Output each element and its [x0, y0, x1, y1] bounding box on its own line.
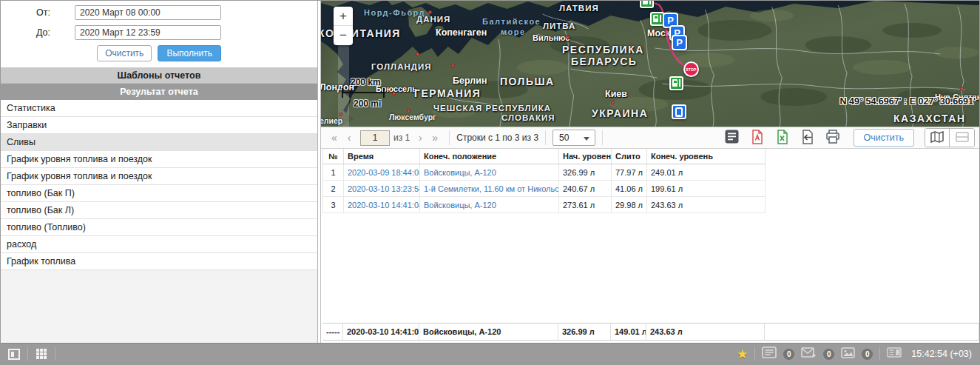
- report-item[interactable]: топливо (Топливо): [1, 219, 317, 236]
- report-result-grid: №ВремяКонеч. положениеНач. уровеньСлитоК…: [321, 149, 979, 343]
- status-bar: ★ 0 0 0: [1, 343, 979, 364]
- toolbar-divider: [602, 130, 603, 145]
- report-item[interactable]: Сливы: [1, 134, 317, 151]
- toolbar-divider: [545, 130, 546, 145]
- table-total-row: ----- 2020-03-10 14:41:04 Войсковицы, А-…: [322, 323, 979, 341]
- column-header[interactable]: Нач. уровень: [559, 149, 612, 164]
- parking-marker[interactable]: P: [672, 35, 687, 50]
- time-link[interactable]: 2020-03-10 14:41:04: [348, 201, 420, 210]
- next-page-button[interactable]: ›: [413, 130, 428, 146]
- report-item[interactable]: График топлива: [1, 253, 317, 270]
- report-item[interactable]: График уровня топлива и поездок: [1, 168, 317, 185]
- report-item[interactable]: топливо (Бак П): [1, 185, 317, 202]
- to-date-input[interactable]: [75, 25, 221, 40]
- report-item[interactable]: Статистика: [1, 100, 317, 117]
- star-icon[interactable]: ★: [737, 348, 748, 361]
- media-count-badge: 0: [862, 349, 873, 360]
- split-view-toggle[interactable]: [950, 129, 974, 147]
- report-item[interactable]: Заправки: [1, 117, 317, 134]
- printer-icon: [825, 130, 840, 146]
- statusbar-divider: [27, 347, 28, 361]
- total-time: 2020-03-10 14:41:04: [343, 324, 419, 340]
- execute-report-button[interactable]: Выполнить: [158, 45, 221, 61]
- page-number-input[interactable]: [360, 130, 390, 146]
- cell-end-level: 249.01 л: [647, 164, 766, 181]
- total-start-level: 326.99 л: [558, 324, 611, 340]
- chevron-down-icon: [584, 137, 589, 141]
- print-button[interactable]: [822, 128, 843, 147]
- notifications-icon: [762, 346, 777, 361]
- content-panel: + − 200 km 200 mi N 49° 54.6967' : E 027…: [321, 1, 979, 343]
- excel-icon: [776, 130, 789, 147]
- first-page-button[interactable]: «: [327, 130, 342, 146]
- fuel-marker[interactable]: [669, 76, 683, 90]
- unit-marker[interactable]: [672, 104, 686, 119]
- total-filler: [765, 324, 979, 340]
- monitor-view-button[interactable]: [8, 349, 20, 360]
- scale-mi-label: 200 mi: [354, 98, 385, 109]
- apps-grid-button[interactable]: [36, 348, 47, 360]
- page-size-select[interactable]: 50: [552, 130, 595, 146]
- view-toggle-group: [925, 128, 975, 147]
- table-row: 22020-03-10 13:23:581-й Семилетки, 11.60…: [323, 181, 766, 197]
- cell-start-level: 326.99 л: [559, 164, 612, 181]
- last-page-button[interactable]: »: [428, 130, 442, 146]
- report-result-header: Результат отчета: [1, 84, 317, 100]
- table-row: 32020-03-10 14:41:04Войсковицы, А-120273…: [323, 197, 766, 213]
- cell-location: 1-й Семилетки, 11.60 км от Никольское: [420, 181, 559, 197]
- zoom-in-button[interactable]: +: [334, 7, 353, 26]
- cell-location: Войсковицы, А-120: [420, 197, 559, 213]
- report-item[interactable]: расход: [1, 236, 317, 253]
- column-header[interactable]: Конеч. положение: [420, 149, 559, 164]
- time-link[interactable]: 2020-03-09 18:44:06: [348, 168, 420, 177]
- report-toolbar: « ‹ из 1 › » Строки с 1 по 3 из 3 50: [321, 127, 979, 149]
- prev-page-button[interactable]: ‹: [342, 130, 356, 146]
- envelope-icon: [801, 347, 817, 361]
- export-pdf-button[interactable]: [747, 128, 768, 147]
- drains-table: №ВремяКонеч. положениеНач. уровеньСлитоК…: [322, 149, 766, 213]
- stop-marker[interactable]: STOP: [683, 61, 699, 77]
- media-button[interactable]: [841, 347, 855, 361]
- table-header-row: №ВремяКонеч. положениеНач. уровеньСлитоК…: [323, 149, 766, 164]
- messages-button[interactable]: [801, 347, 817, 361]
- time-link[interactable]: 2020-03-10 13:23:58: [348, 184, 420, 193]
- statusbar-divider: [754, 347, 755, 361]
- report-item[interactable]: топливо (Бак Л): [1, 202, 317, 219]
- notifications-button[interactable]: [762, 346, 777, 361]
- from-date-input[interactable]: [75, 5, 221, 20]
- file-import-icon: [801, 130, 814, 147]
- fuel-hose-detail: [679, 79, 680, 87]
- grid-icon: [36, 348, 47, 360]
- clear-result-button[interactable]: Очистить: [854, 129, 914, 147]
- column-header[interactable]: Слито: [612, 149, 647, 164]
- location-link[interactable]: Войсковицы, А-120: [424, 201, 496, 210]
- column-header[interactable]: Конеч. уровень: [647, 149, 766, 164]
- import-file-button[interactable]: [797, 128, 818, 147]
- report-view-button[interactable]: [722, 128, 743, 147]
- report-icon: [725, 130, 739, 146]
- clock: 15:42:54 (+03): [911, 349, 972, 359]
- cursor-coordinates: N 49° 54.6967' : E 027° 30.6691': [840, 96, 976, 107]
- main-area: От: До: Очистить Выполнить Шаблоны отчет…: [1, 1, 979, 343]
- fuel-marker[interactable]: [640, 1, 654, 8]
- cell-num: 3: [323, 197, 344, 213]
- location-link[interactable]: Войсковицы, А-120: [424, 168, 496, 177]
- map[interactable]: + − 200 km 200 mi N 49° 54.6967' : E 027…: [321, 1, 979, 127]
- messages-count-badge: 0: [823, 349, 834, 360]
- zoom-out-button[interactable]: −: [334, 26, 353, 45]
- toolbar-divider: [449, 130, 450, 145]
- location-link[interactable]: 1-й Семилетки, 11.60 км от Никольское: [424, 184, 559, 193]
- fuel-hose-detail: [649, 1, 651, 4]
- cell-time: 2020-03-10 14:41:04: [344, 197, 420, 213]
- cell-end-level: 243.63 л: [647, 197, 766, 213]
- export-excel-button[interactable]: [772, 128, 793, 147]
- from-label: От:: [36, 7, 75, 18]
- column-header[interactable]: №: [323, 149, 344, 164]
- map-view-toggle[interactable]: [925, 129, 950, 147]
- report-item[interactable]: График уровня топлива и поездок: [1, 151, 317, 168]
- split-view-icon: [956, 132, 969, 144]
- page-total-label: из 1: [393, 133, 410, 143]
- layout-panel-button[interactable]: [887, 347, 902, 361]
- clear-filter-button[interactable]: Очистить: [97, 45, 152, 61]
- column-header[interactable]: Время: [344, 149, 420, 164]
